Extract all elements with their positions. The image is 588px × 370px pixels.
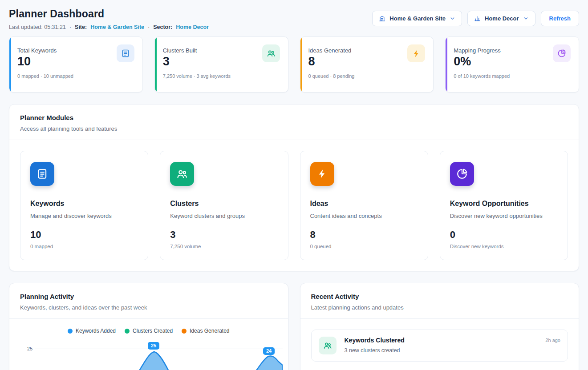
- stat-subtext: 0 mapped · 10 unmapped: [17, 73, 134, 79]
- bolt-icon: [407, 44, 425, 62]
- stat-card-ideas-generated: Ideas Generated 8 0 queued · 8 pending: [300, 36, 434, 92]
- activity-description: 3 new clusters created: [345, 347, 538, 354]
- stat-label: Total Keywords: [17, 44, 57, 54]
- legend-label: Clusters Created: [133, 328, 173, 334]
- module-title: Keywords: [30, 200, 138, 208]
- legend-item-ideas-generated[interactable]: Ideas Generated: [182, 328, 229, 334]
- stat-value: 8: [308, 55, 352, 68]
- module-title: Clusters: [170, 200, 278, 208]
- stat-subtext: 0 queued · 8 pending: [308, 73, 426, 79]
- module-description: Content ideas and concepts: [310, 213, 418, 219]
- sector-label: Sector:: [153, 24, 172, 30]
- data-point-label: 25: [148, 342, 159, 350]
- stat-label: Mapping Progress: [454, 44, 501, 54]
- legend-label: Ideas Generated: [190, 328, 229, 334]
- last-updated-text: Last updated: 05:31:21: [9, 24, 66, 30]
- page-title: Planner Dashboard: [9, 8, 209, 20]
- module-description: Discover new keyword opportunities: [450, 213, 558, 219]
- module-card-ideas[interactable]: Ideas Content ideas and concepts 8 0 que…: [300, 151, 428, 260]
- stat-label: Ideas Generated: [308, 44, 352, 54]
- sector-selector-value: Home Decor: [485, 15, 519, 22]
- module-value: 8: [310, 229, 418, 241]
- pie-chart-icon: [553, 44, 571, 62]
- breadcrumb: Last updated: 05:31:21 · Site: Home & Ga…: [9, 24, 209, 30]
- sector-link[interactable]: Home Decor: [176, 24, 209, 30]
- legend-item-keywords-added[interactable]: Keywords Added: [68, 328, 116, 334]
- site-selector-value: Home & Garden Site: [389, 15, 446, 22]
- planning-activity-chart: 25 25 24: [9, 339, 288, 370]
- planning-activity-subtitle: Keywords, clusters, and ideas over the p…: [20, 304, 277, 311]
- stat-value: 10: [17, 55, 57, 68]
- activity-list: Keywords Clustered 3 new clusters create…: [300, 319, 579, 370]
- stat-label: Clusters Built: [163, 44, 197, 54]
- meta-separator: ·: [148, 24, 150, 30]
- header-controls: Home & Garden Site Home Decor Refresh: [372, 11, 579, 26]
- stat-value: 0%: [454, 55, 501, 68]
- module-subtext: 0 mapped: [30, 244, 138, 249]
- planner-modules-panel: Planner Modules Access all planning tool…: [9, 104, 579, 271]
- stat-subtext: 0 of 10 keywords mapped: [454, 73, 571, 79]
- activity-title: Keywords Clustered: [345, 337, 538, 344]
- modules-section-title: Planner Modules: [20, 114, 568, 121]
- module-subtext: 7,250 volume: [170, 244, 278, 249]
- building-icon: [379, 15, 385, 22]
- users-icon: [170, 162, 194, 186]
- y-axis-tick: 25: [27, 346, 32, 351]
- activity-timestamp: 2h ago: [545, 337, 560, 343]
- stat-card-clusters-built: Clusters Built 3 7,250 volume · 3 avg ke…: [154, 36, 288, 92]
- site-selector-dropdown[interactable]: Home & Garden Site: [372, 11, 462, 26]
- stat-card-mapping-progress: Mapping Progress 0% 0 of 10 keywords map…: [445, 36, 579, 92]
- stats-row: Total Keywords 10 0 mapped · 10 unmapped…: [0, 36, 588, 92]
- users-icon: [319, 337, 337, 354]
- sector-selector-dropdown[interactable]: Home Decor: [467, 11, 535, 26]
- stat-value: 3: [163, 55, 197, 68]
- module-subtext: 0 queued: [310, 244, 418, 249]
- site-label: Site:: [75, 24, 87, 30]
- recent-activity-title: Recent Activity: [311, 293, 568, 300]
- planning-activity-panel: Planning Activity Keywords, clusters, an…: [9, 283, 288, 370]
- module-description: Keyword clusters and groups: [170, 213, 278, 219]
- bolt-icon: [310, 162, 334, 186]
- document-icon: [117, 44, 134, 62]
- chart-legend: Keywords Added Clusters Created Ideas Ge…: [9, 319, 288, 336]
- planning-activity-title: Planning Activity: [20, 293, 277, 300]
- module-title: Keyword Opportunities: [450, 200, 558, 208]
- chevron-down-icon: [450, 16, 455, 21]
- module-title: Ideas: [310, 200, 418, 208]
- meta-separator: ·: [69, 24, 71, 30]
- page-header: Planner Dashboard Last updated: 05:31:21…: [0, 0, 588, 36]
- module-card-clusters[interactable]: Clusters Keyword clusters and groups 3 7…: [160, 151, 288, 260]
- activity-item-keywords-clustered: Keywords Clustered 3 new clusters create…: [311, 330, 568, 362]
- users-icon: [262, 44, 280, 62]
- legend-dot-orange: [182, 329, 187, 334]
- chevron-down-icon: [523, 16, 529, 21]
- recent-activity-subtitle: Latest planning actions and updates: [311, 304, 568, 311]
- module-value: 10: [30, 229, 138, 241]
- refresh-button[interactable]: Refresh: [541, 11, 579, 26]
- site-link[interactable]: Home & Garden Site: [90, 24, 144, 30]
- module-value: 3: [170, 229, 278, 241]
- header-left: Planner Dashboard Last updated: 05:31:21…: [9, 8, 209, 30]
- module-subtext: Discover new keywords: [450, 244, 558, 249]
- module-card-keyword-opportunities[interactable]: Keyword Opportunities Discover new keywo…: [440, 151, 568, 260]
- modules-grid: Keywords Manage and discover keywords 10…: [9, 140, 579, 271]
- legend-dot-blue: [68, 329, 73, 334]
- pie-chart-icon: [450, 162, 474, 186]
- stat-subtext: 7,250 volume · 3 avg keywords: [163, 73, 280, 79]
- module-card-keywords[interactable]: Keywords Manage and discover keywords 10…: [20, 151, 148, 260]
- legend-item-clusters-created[interactable]: Clusters Created: [125, 328, 173, 334]
- bar-chart-icon: [474, 15, 481, 22]
- stat-card-total-keywords: Total Keywords 10 0 mapped · 10 unmapped: [9, 36, 143, 92]
- module-value: 0: [450, 229, 558, 241]
- bottom-row: Planning Activity Keywords, clusters, an…: [9, 283, 579, 370]
- legend-label: Keywords Added: [76, 328, 116, 334]
- legend-dot-green: [125, 329, 130, 334]
- recent-activity-panel: Recent Activity Latest planning actions …: [300, 283, 580, 370]
- data-point-label: 24: [263, 347, 275, 355]
- document-icon: [30, 162, 54, 186]
- module-description: Manage and discover keywords: [30, 213, 138, 219]
- modules-section-subtitle: Access all planning tools and features: [20, 125, 568, 132]
